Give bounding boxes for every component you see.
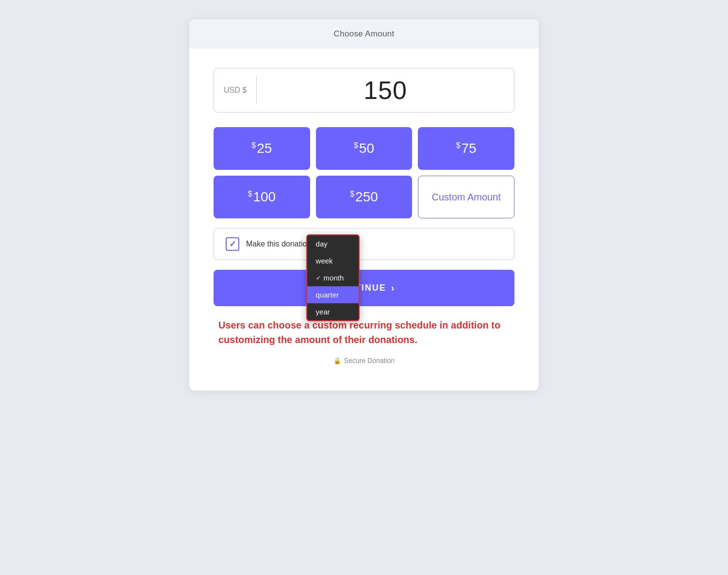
recurring-row: ✓ Make this donation eve day week ✓ mont… bbox=[214, 228, 514, 260]
continue-button[interactable]: CONTINUE › bbox=[214, 270, 514, 306]
preset-25-button[interactable]: $25 bbox=[214, 127, 310, 170]
month-checkmark: ✓ bbox=[316, 275, 321, 281]
dropdown-option-year[interactable]: year bbox=[307, 303, 359, 320]
dropdown-option-quarter[interactable]: quarter bbox=[307, 286, 359, 303]
secure-label: Secure Donation bbox=[344, 357, 395, 364]
dropdown-option-year-label: year bbox=[316, 308, 330, 316]
lock-icon: 🔒 bbox=[333, 357, 341, 364]
donation-card: Choose Amount USD $ 150 $25 $50 $75 $100… bbox=[189, 19, 539, 391]
preset-50-button[interactable]: $50 bbox=[316, 127, 413, 170]
preset-250-button[interactable]: $250 bbox=[316, 176, 413, 218]
custom-amount-button[interactable]: Custom Amount bbox=[418, 176, 514, 218]
dropdown-option-day-label: day bbox=[316, 240, 328, 248]
secure-footer: 🔒 Secure Donation bbox=[214, 357, 514, 376]
checkbox-checkmark: ✓ bbox=[229, 239, 236, 249]
page-title: Choose Amount bbox=[334, 29, 395, 38]
card-header: Choose Amount bbox=[189, 19, 539, 49]
preset-100-button[interactable]: $100 bbox=[214, 176, 310, 218]
annotation-text: Users can choose a custom recurring sche… bbox=[214, 318, 514, 347]
currency-label: USD $ bbox=[214, 76, 257, 104]
frequency-dropdown-menu: day week ✓ month quarter year bbox=[306, 234, 360, 321]
continue-arrow-icon: › bbox=[391, 282, 396, 294]
recurring-checkbox[interactable]: ✓ bbox=[226, 237, 239, 251]
preset-grid: $25 $50 $75 $100 $250 Custom Amount bbox=[214, 127, 514, 218]
card-body: USD $ 150 $25 $50 $75 $100 $250 Custom A… bbox=[189, 49, 539, 391]
dropdown-option-month[interactable]: ✓ month bbox=[307, 269, 359, 286]
dropdown-option-day[interactable]: day bbox=[307, 235, 359, 252]
amount-input-wrapper: USD $ 150 bbox=[214, 68, 514, 113]
dropdown-option-month-label: month bbox=[324, 274, 344, 282]
amount-display: 150 bbox=[257, 68, 514, 112]
preset-75-button[interactable]: $75 bbox=[418, 127, 514, 170]
dropdown-option-quarter-label: quarter bbox=[316, 291, 339, 299]
dropdown-option-week-label: week bbox=[316, 257, 333, 265]
dropdown-option-week[interactable]: week bbox=[307, 252, 359, 269]
